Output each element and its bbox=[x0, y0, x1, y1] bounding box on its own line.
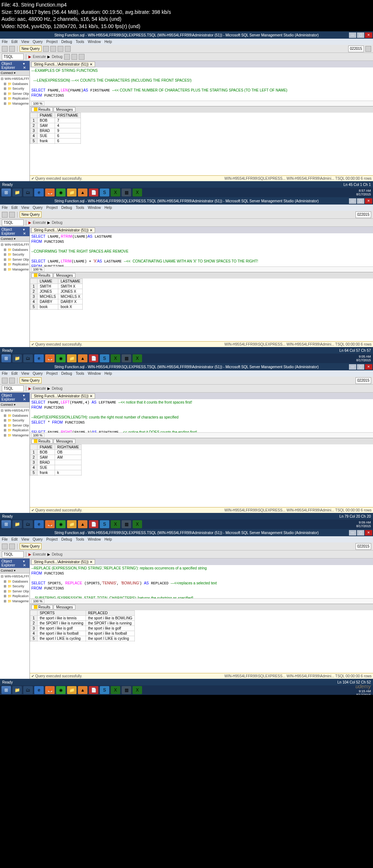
taskbar-app[interactable]: 📁 bbox=[12, 188, 22, 196]
menu-help[interactable]: Help bbox=[105, 40, 112, 44]
schema-dropdown[interactable]: TSQL bbox=[2, 54, 24, 60]
menu-tools[interactable]: Tools bbox=[76, 40, 84, 44]
toolbar-btn[interactable] bbox=[50, 46, 56, 52]
tab-close-icon[interactable]: ✕ bbox=[90, 62, 93, 66]
oe-connect-button[interactable]: Connect ▾ bbox=[0, 236, 30, 242]
schema-dropdown[interactable]: TSQL bbox=[2, 219, 24, 226]
toolbar-btn[interactable] bbox=[365, 46, 371, 52]
toolbar-btn[interactable] bbox=[43, 46, 49, 52]
zoom-level[interactable]: 100 % bbox=[31, 267, 44, 272]
taskbar-pdf[interactable]: 📄 bbox=[89, 188, 98, 196]
menu-view[interactable]: View bbox=[21, 206, 29, 210]
menu-query[interactable]: Query bbox=[33, 206, 43, 210]
sql-editor[interactable]: SELECT FNAME,LEFT(FNAME,4) AS LEFTNAME -… bbox=[30, 399, 373, 432]
menu-project[interactable]: Project bbox=[46, 206, 58, 210]
editor-tab[interactable]: String Functi...\Administrator (51)) ✕ bbox=[31, 227, 95, 233]
tree-node[interactable]: ⊞ 📁 Management bbox=[1, 267, 29, 272]
taskbar-excel[interactable]: X bbox=[111, 188, 120, 196]
tree-node[interactable]: ⊞ 📁 Server Objects bbox=[1, 257, 29, 262]
results-tab[interactable]: Results bbox=[31, 107, 53, 112]
taskbar-ie[interactable]: e bbox=[34, 188, 44, 196]
toolbar-btn[interactable] bbox=[71, 54, 77, 60]
sql-editor[interactable]: SELECT LNAME,RTRIM(LNAME)AS LASTNAME FRO… bbox=[30, 233, 373, 266]
toolbar-btn[interactable] bbox=[64, 54, 70, 60]
toolbar-btn[interactable] bbox=[2, 46, 8, 52]
zoom-level[interactable]: 100 % bbox=[31, 101, 44, 106]
results-grid[interactable]: LNAMELASTNAME1SMITHSMITH X2JONESJONES X3… bbox=[30, 279, 373, 310]
messages-tab[interactable]: Messages bbox=[54, 605, 75, 610]
new-query-button[interactable]: New Query bbox=[20, 377, 42, 384]
toolbar-btn[interactable] bbox=[79, 54, 85, 60]
results-grid[interactable]: FNAMERIGHTNAME1BOBOB 2SAMAM 3BRAD 4SUE 5… bbox=[30, 444, 373, 476]
minimize-button[interactable]: — bbox=[349, 198, 356, 204]
results-grid[interactable]: SPORTSREPLACED1the sport i like is tenni… bbox=[30, 610, 373, 642]
sql-editor[interactable]: ---EXAMPLES OF STRING FUNCTIONS ---LEN(E… bbox=[30, 67, 373, 100]
menu-query[interactable]: Query bbox=[33, 40, 43, 44]
menu-view[interactable]: View bbox=[21, 40, 29, 44]
taskbar-chrome[interactable]: ◉ bbox=[56, 188, 66, 196]
toolbar-btn[interactable] bbox=[9, 46, 15, 52]
menu-debug[interactable]: Debug bbox=[61, 40, 72, 44]
taskbar-folder[interactable]: 📁 bbox=[67, 188, 76, 196]
menu-file[interactable]: File bbox=[2, 40, 8, 44]
toolbar-btn[interactable] bbox=[65, 46, 71, 52]
tree-server-objects[interactable]: ⊞ 📁 Server Objects bbox=[1, 92, 29, 97]
messages-tab[interactable]: Messages bbox=[54, 107, 75, 112]
database-dropdown[interactable]: 022015 bbox=[356, 377, 371, 384]
oe-connect-button[interactable]: Connect ▾ bbox=[0, 70, 30, 76]
tree-node[interactable]: ⊞ 📁 Replication bbox=[1, 262, 29, 267]
menu-edit[interactable]: Edit bbox=[11, 40, 17, 44]
database-dropdown[interactable]: 022015 bbox=[356, 211, 371, 218]
oe-pin-icon[interactable]: ▾ ✕ bbox=[23, 62, 28, 70]
start-button[interactable]: ⊞ bbox=[1, 354, 11, 362]
debug-button[interactable]: Debug bbox=[52, 221, 62, 225]
taskbar-firefox[interactable]: 🦊 bbox=[45, 188, 55, 196]
results-tab[interactable]: Results bbox=[31, 439, 53, 444]
toolbar-btn[interactable] bbox=[9, 212, 15, 218]
menu-edit[interactable]: Edit bbox=[11, 206, 17, 210]
taskbar-ssms[interactable]: ▦ bbox=[122, 188, 131, 196]
sql-editor[interactable]: --REPLACE (EXPRESSION,'FIND STRING','REP… bbox=[30, 565, 373, 598]
tree-databases[interactable]: ⊞ 📁 Databases bbox=[1, 82, 29, 87]
messages-tab[interactable]: Messages bbox=[54, 439, 75, 444]
tree-replication[interactable]: ⊞ 📁 Replication bbox=[1, 96, 29, 101]
tree-security[interactable]: ⊞ 📁 Security bbox=[1, 86, 29, 92]
maximize-button[interactable]: ▢ bbox=[357, 198, 364, 204]
execute-button[interactable]: Execute bbox=[33, 55, 46, 59]
toolbar-btn[interactable] bbox=[2, 212, 8, 218]
tree-management[interactable]: ⊞ 📁 Management bbox=[1, 101, 29, 106]
tree-node[interactable]: ⊞ 📁 Security bbox=[1, 252, 29, 257]
debug-button[interactable]: Debug bbox=[52, 55, 62, 59]
taskbar-vlc[interactable]: ▲ bbox=[78, 188, 87, 196]
menu-window[interactable]: Window bbox=[88, 40, 101, 44]
editor-tab[interactable]: String Functi...\Administrator (51)) ✕ bbox=[31, 62, 95, 67]
clock[interactable]: 9:05 AM 8/17/2015 bbox=[356, 355, 371, 362]
new-query-button[interactable]: New Query bbox=[20, 46, 42, 52]
taskbar-excel2[interactable]: X bbox=[133, 188, 142, 196]
results-tab[interactable]: Results bbox=[31, 605, 53, 610]
results-tab[interactable]: Results bbox=[31, 273, 53, 278]
system-tray[interactable]: 8:57 AM 8/17/2015 bbox=[356, 189, 371, 196]
database-dropdown[interactable]: 022015 bbox=[348, 46, 364, 52]
messages-tab[interactable]: Messages bbox=[54, 273, 75, 278]
results-grid[interactable]: FNAMEFIRSTNAME1BOB72SAM43BRAD94SUE65fran… bbox=[30, 113, 373, 144]
toolbar-btn[interactable] bbox=[58, 46, 63, 52]
new-query-button[interactable]: New Query bbox=[20, 211, 42, 218]
menu-tools[interactable]: Tools bbox=[76, 206, 84, 210]
execute-button[interactable]: Execute bbox=[33, 221, 46, 225]
minimize-button[interactable]: — bbox=[349, 32, 356, 38]
editor-tab[interactable]: String Functi...\Administrator (51)) ✕ bbox=[31, 559, 95, 565]
close-button[interactable]: ✕ bbox=[365, 32, 372, 38]
menu-window[interactable]: Window bbox=[88, 206, 101, 210]
menu-project[interactable]: Project bbox=[46, 40, 58, 44]
editor-tab[interactable]: String Functi...\Administrator (51)) ✕ bbox=[31, 393, 95, 399]
close-button[interactable]: ✕ bbox=[365, 198, 372, 204]
menu-debug[interactable]: Debug bbox=[61, 206, 72, 210]
menu-file[interactable]: File bbox=[2, 206, 8, 210]
menu-help[interactable]: Help bbox=[105, 206, 112, 210]
tree-node[interactable]: ⊞ 📁 Databases bbox=[1, 248, 29, 253]
tree-server-node[interactable]: ⊟ WIN-H95S4LFFR99\SQLE bbox=[1, 77, 29, 82]
taskbar-app[interactable]: 🗂 bbox=[23, 188, 33, 196]
maximize-button[interactable]: ▢ bbox=[357, 32, 364, 38]
taskbar-skype[interactable]: S bbox=[100, 188, 109, 196]
